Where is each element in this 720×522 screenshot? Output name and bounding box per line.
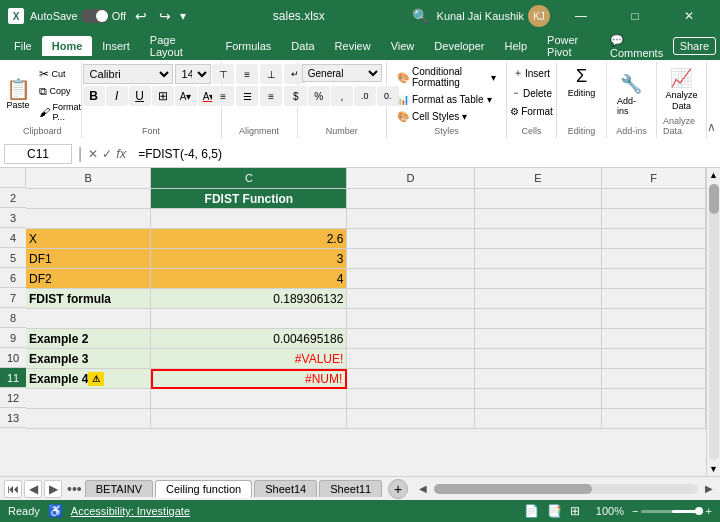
formula-input[interactable]: =FDIST(-4, 6,5) xyxy=(134,145,716,163)
row-header-5[interactable]: 5 xyxy=(0,248,26,268)
expand-ribbon-btn[interactable]: ∧ xyxy=(707,62,716,138)
col-header-B[interactable]: B xyxy=(26,168,151,188)
cell-C11[interactable]: #NUM! xyxy=(151,369,347,389)
fill-color-button[interactable]: A▾ xyxy=(175,86,197,106)
view-layout-btn[interactable]: 📑 xyxy=(547,504,562,518)
cell-F8[interactable] xyxy=(602,309,706,329)
cell-F12[interactable] xyxy=(602,389,706,409)
align-center-button[interactable]: ☰ xyxy=(236,86,258,106)
cell-B6[interactable]: DF2 xyxy=(26,269,151,289)
search-button[interactable]: 🔍 xyxy=(412,8,429,24)
sheet-nav-first[interactable]: ⏮ xyxy=(4,480,22,498)
sheet-tab-sheet11[interactable]: Sheet11 xyxy=(319,480,382,497)
zoom-slider[interactable]: − + xyxy=(632,505,712,517)
number-format-select[interactable]: General xyxy=(302,64,382,82)
cell-B4[interactable]: X xyxy=(26,229,151,249)
cell-B13[interactable] xyxy=(26,409,151,429)
tab-help[interactable]: Help xyxy=(494,36,537,56)
cell-D5[interactable] xyxy=(347,249,474,269)
view-page-break-btn[interactable]: ⊞ xyxy=(570,504,580,518)
row-header-9[interactable]: 9 xyxy=(0,328,26,348)
format-cells-button[interactable]: ⚙Format xyxy=(506,104,557,119)
sheet-nav-prev[interactable]: ◀ xyxy=(24,480,42,498)
cell-C7[interactable]: 0.189306132 xyxy=(151,289,347,309)
zoom-track[interactable] xyxy=(641,510,702,513)
align-top-button[interactable]: ⊤ xyxy=(212,64,234,84)
row-header-13[interactable]: 13 xyxy=(0,408,26,428)
cell-E3[interactable] xyxy=(475,209,602,229)
cell-D3[interactable] xyxy=(347,209,474,229)
font-size-select[interactable]: 14 xyxy=(175,64,211,84)
tab-formulas[interactable]: Formulas xyxy=(216,36,282,56)
cell-B5[interactable]: DF1 xyxy=(26,249,151,269)
cell-E9[interactable] xyxy=(475,329,602,349)
row-header-4[interactable]: 4 xyxy=(0,228,26,248)
cut-button[interactable]: ✂Cut xyxy=(37,66,84,82)
row-header-10[interactable]: 10 xyxy=(0,348,26,368)
percent-button[interactable]: % xyxy=(308,86,330,106)
scroll-right-btn[interactable]: ▶ xyxy=(702,482,716,496)
cell-E12[interactable] xyxy=(475,389,602,409)
sheet-tabs-more[interactable]: ••• xyxy=(67,481,82,497)
cell-E6[interactable] xyxy=(475,269,602,289)
font-name-select[interactable]: Calibri xyxy=(83,64,173,84)
tab-power-pivot[interactable]: Power Pivot xyxy=(537,30,610,62)
cell-C12[interactable] xyxy=(151,389,347,409)
confirm-formula-icon[interactable]: ✓ xyxy=(102,147,112,161)
cell-F10[interactable] xyxy=(602,349,706,369)
cell-D2[interactable] xyxy=(347,189,474,209)
delete-cells-button[interactable]: －Delete xyxy=(507,84,556,102)
currency-button[interactable]: $ xyxy=(285,86,307,106)
sheet-tab-ceiling[interactable]: Ceiling function xyxy=(155,480,252,498)
cell-F4[interactable] xyxy=(602,229,706,249)
cell-C4[interactable]: 2.6 xyxy=(151,229,347,249)
format-as-table-button[interactable]: 📊Format as Table▾ xyxy=(393,92,496,107)
cell-B8[interactable] xyxy=(26,309,151,329)
cell-B11[interactable]: Example 4 ⚠ xyxy=(26,369,151,389)
zoom-in-btn[interactable]: + xyxy=(706,505,712,517)
autosave-toggle[interactable]: AutoSave Off xyxy=(30,9,126,23)
align-bottom-button[interactable]: ⊥ xyxy=(260,64,282,84)
scroll-down-btn[interactable]: ▼ xyxy=(707,462,720,476)
increase-decimal-button[interactable]: .0 xyxy=(354,86,376,106)
cell-E10[interactable] xyxy=(475,349,602,369)
row-header-7[interactable]: 7 xyxy=(0,288,26,308)
row-header-12[interactable]: 12 xyxy=(0,388,26,408)
tab-home[interactable]: Home xyxy=(42,36,93,56)
share-btn[interactable]: Share xyxy=(673,37,716,55)
cell-E7[interactable] xyxy=(475,289,602,309)
col-header-D[interactable]: D xyxy=(347,168,474,188)
cell-E13[interactable] xyxy=(475,409,602,429)
sheet-nav-next[interactable]: ▶ xyxy=(44,480,62,498)
cell-B2[interactable] xyxy=(26,189,151,209)
cell-C8[interactable] xyxy=(151,309,347,329)
cell-D7[interactable] xyxy=(347,289,474,309)
cell-D6[interactable] xyxy=(347,269,474,289)
row-header-6[interactable]: 6 xyxy=(0,268,26,288)
user-avatar[interactable]: KJ xyxy=(528,5,550,27)
tab-insert[interactable]: Insert xyxy=(92,36,140,56)
cell-reference-input[interactable]: C11 xyxy=(4,144,72,164)
cell-F5[interactable] xyxy=(602,249,706,269)
align-mid-button[interactable]: ≡ xyxy=(236,64,258,84)
cell-D10[interactable] xyxy=(347,349,474,369)
tab-page-layout[interactable]: Page Layout xyxy=(140,30,216,62)
border-button[interactable]: ⊞ xyxy=(152,86,174,106)
scroll-up-btn[interactable]: ▲ xyxy=(707,168,720,182)
horizontal-scrollbar[interactable]: ◀ ▶ xyxy=(416,482,716,496)
col-header-C[interactable]: C xyxy=(151,168,347,188)
cell-D8[interactable] xyxy=(347,309,474,329)
accessibility-status[interactable]: Accessibility: Investigate xyxy=(71,505,190,517)
cell-F7[interactable] xyxy=(602,289,706,309)
undo-button[interactable]: ↩ xyxy=(132,8,150,24)
tab-review[interactable]: Review xyxy=(325,36,381,56)
cell-D11[interactable] xyxy=(347,369,474,389)
row-header-11[interactable]: 11 xyxy=(0,368,26,388)
cell-F2[interactable] xyxy=(602,189,706,209)
cell-F3[interactable] xyxy=(602,209,706,229)
row-header-2[interactable]: 2 xyxy=(0,188,26,208)
tab-developer[interactable]: Developer xyxy=(424,36,494,56)
bold-button[interactable]: B xyxy=(83,86,105,106)
cell-B10[interactable]: Example 3 xyxy=(26,349,151,369)
cell-C13[interactable] xyxy=(151,409,347,429)
